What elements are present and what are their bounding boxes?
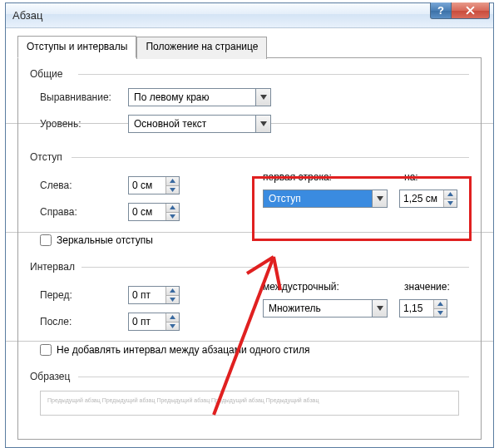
after-input[interactable] [129,313,166,330]
tab-indents-spacing[interactable]: Отступы и интервалы [17,36,136,58]
noadd-label: Не добавлять интервал между абзацами одн… [57,344,310,356]
value-label: значение: [404,281,450,293]
spin-down-icon[interactable] [444,199,457,208]
spin-up-icon[interactable] [444,190,457,199]
alignment-value: По левому краю [129,89,255,106]
spin-up-icon[interactable] [166,177,179,186]
spin-down-icon[interactable] [434,309,447,318]
mirror-indents-checkbox[interactable] [40,234,52,246]
chevron-down-icon[interactable] [255,116,270,132]
indent-right-input[interactable] [129,204,166,220]
close-button[interactable] [452,2,490,19]
indent-right-label: Справа: [40,206,128,218]
spin-down-icon[interactable] [166,296,179,304]
spin-up-icon[interactable] [166,313,179,322]
chevron-down-icon[interactable] [372,300,387,317]
after-spinner[interactable] [128,313,180,331]
firstline-combo[interactable]: Отступ [263,190,388,208]
by-spinner[interactable] [399,190,457,208]
level-combo[interactable]: Основной текст [128,115,271,133]
firstline-value: Отступ [264,190,372,207]
tab-page-position[interactable]: Положение на странице [136,37,267,59]
after-label: После: [40,316,128,327]
level-label: Уровень: [40,118,128,130]
value-spinner[interactable] [399,299,447,318]
level-value: Основной текст [129,116,255,132]
linespacing-label: междустрочный: [263,281,404,293]
indent-right-spinner[interactable] [128,203,180,221]
mirror-indents-label: Зеркальные отступы [57,234,153,246]
alignment-label: Выравнивание: [40,91,128,103]
help-button[interactable]: ? [430,2,452,19]
tab-panel: Общие Выравнивание: По левому краю Урове… [17,57,482,440]
linespacing-value: Множитель [264,300,372,317]
chevron-down-icon[interactable] [255,89,270,106]
spin-up-icon[interactable] [166,287,179,296]
by-label: на: [404,171,418,183]
indent-left-spinner[interactable] [128,176,180,194]
before-input[interactable] [129,287,166,303]
indent-left-label: Слева: [40,180,128,191]
spin-up-icon[interactable] [434,300,447,309]
group-indent-title: Отступ [30,151,469,163]
group-general-title: Общие [30,68,469,80]
sample-text: Предыдущий абзац Предыдущий абзац Предыд… [47,397,319,403]
linespacing-combo[interactable]: Множитель [263,299,388,318]
spin-down-icon[interactable] [166,213,179,221]
indent-left-input[interactable] [129,177,166,194]
chevron-down-icon[interactable] [372,190,387,207]
firstline-label: первая строка: [263,171,404,183]
sample-preview: Предыдущий абзац Предыдущий абзац Предыд… [40,391,459,416]
by-input[interactable] [400,190,443,207]
spin-down-icon[interactable] [166,186,179,194]
group-sample-title: Образец [30,371,469,382]
alignment-combo[interactable]: По левому краю [128,88,271,106]
before-label: Перед: [40,289,128,301]
titlebar[interactable]: Абзац ? [6,3,493,28]
titlebar-title: Абзац [12,9,42,22]
before-spinner[interactable] [128,286,180,304]
spin-down-icon[interactable] [166,322,179,331]
noadd-checkbox[interactable] [40,344,52,356]
group-interval-title: Интервал [30,261,469,273]
dialog-window: Абзац ? Отступы и интервалы Положение на… [5,2,494,448]
value-input[interactable] [400,300,433,317]
spin-up-icon[interactable] [166,204,179,213]
